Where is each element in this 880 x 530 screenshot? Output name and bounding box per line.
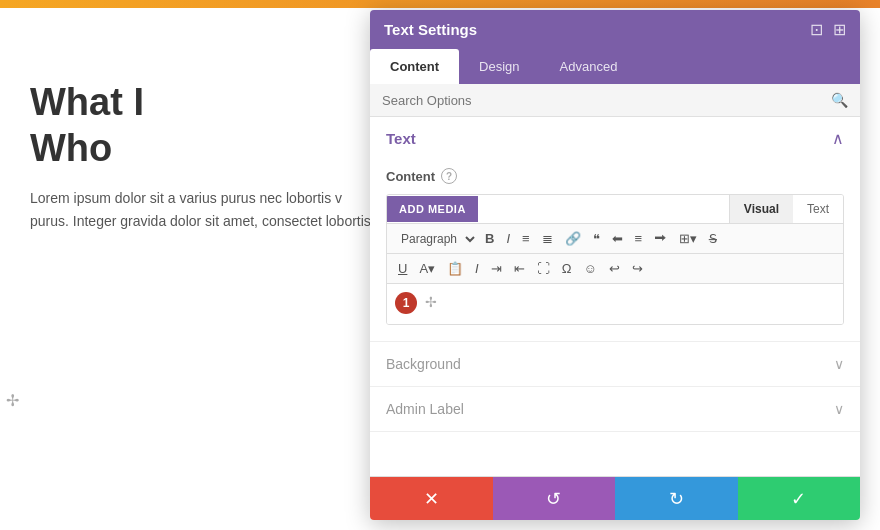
- redo-button[interactable]: ↻: [615, 477, 738, 520]
- ordered-list-button[interactable]: ≣: [537, 228, 558, 249]
- admin-label-section-title: Admin Label: [386, 401, 464, 417]
- background-section-title: Background: [386, 356, 461, 372]
- reset-button[interactable]: ↺: [493, 477, 616, 520]
- link-button[interactable]: 🔗: [560, 228, 586, 249]
- toolbar-row-2: U A▾ 📋 I ⇥ ⇤ ⛶ Ω ☺ ↩ ↪: [387, 254, 843, 284]
- fullscreen-editor-button[interactable]: ⛶: [532, 258, 555, 279]
- tab-design[interactable]: Design: [459, 49, 539, 84]
- text-toggle-btn[interactable]: Text: [793, 195, 843, 223]
- add-media-button[interactable]: ADD MEDIA: [387, 196, 478, 222]
- italic-button[interactable]: I: [501, 228, 515, 249]
- editor-container: ADD MEDIA Visual Text Paragraph B I: [386, 194, 844, 325]
- undo-button[interactable]: ↩: [604, 258, 625, 279]
- help-icon[interactable]: ?: [441, 168, 457, 184]
- align-left-button[interactable]: ⬅: [607, 228, 628, 249]
- text-settings-modal: Text Settings ⊡ ⊞ Content Design Advance…: [370, 10, 860, 520]
- background-section[interactable]: Background ∨: [370, 342, 860, 387]
- page-content-area: What I Who Lorem ipsum dolor sit a variu…: [30, 80, 380, 232]
- modal-tabs: Content Design Advanced: [370, 49, 860, 84]
- paste-text-button[interactable]: 📋: [442, 258, 468, 279]
- editor-content[interactable]: 1 ✢: [387, 284, 843, 324]
- outdent-button[interactable]: ⇤: [509, 258, 530, 279]
- search-input[interactable]: [382, 93, 831, 108]
- text-content-area: Content ? ADD MEDIA Visual Text: [370, 160, 860, 341]
- align-center-button[interactable]: ≡: [630, 228, 648, 249]
- text-section-header[interactable]: Text ∧: [370, 117, 860, 160]
- visual-text-toggle: Visual Text: [729, 195, 843, 223]
- tab-content[interactable]: Content: [370, 49, 459, 84]
- cancel-button[interactable]: ✕: [370, 477, 493, 520]
- modal-header-icons: ⊡ ⊞: [810, 20, 846, 39]
- heading-line1: What I: [30, 81, 144, 123]
- save-button[interactable]: ✓: [738, 477, 861, 520]
- blockquote-button[interactable]: ❝: [588, 228, 605, 249]
- heading-line2: Who: [30, 127, 112, 169]
- visual-toggle-btn[interactable]: Visual: [730, 195, 793, 223]
- page-heading: What I Who: [30, 80, 380, 171]
- modal-body: Text ∧ Content ? ADD MEDIA Visual Text: [370, 117, 860, 476]
- bold-button[interactable]: B: [480, 228, 499, 249]
- unordered-list-button[interactable]: ≡: [517, 228, 535, 249]
- strikethrough-button[interactable]: S̶: [704, 228, 722, 249]
- fullscreen-icon[interactable]: ⊡: [810, 20, 823, 39]
- indent-button[interactable]: ⇥: [486, 258, 507, 279]
- content-badge: 1: [395, 292, 417, 314]
- background-chevron: ∨: [834, 356, 844, 372]
- admin-label-section[interactable]: Admin Label ∨: [370, 387, 860, 432]
- special-chars-button[interactable]: Ω: [557, 258, 577, 279]
- underline-button[interactable]: U: [393, 258, 412, 279]
- modal-header: Text Settings ⊡ ⊞: [370, 10, 860, 49]
- text-section-title: Text: [386, 130, 416, 147]
- modal-title: Text Settings: [384, 21, 477, 38]
- text-section-chevron: ∧: [832, 129, 844, 148]
- paragraph-select[interactable]: Paragraph: [393, 229, 478, 249]
- tab-advanced[interactable]: Advanced: [540, 49, 638, 84]
- toolbar-row-1: Paragraph B I ≡ ≣ 🔗 ❝ ⬅ ≡ ⮕ ⊞▾ S̶: [387, 224, 843, 254]
- page-body-text: Lorem ipsum dolor sit a varius purus nec…: [30, 187, 380, 232]
- table-button[interactable]: ⊞▾: [674, 228, 702, 249]
- redo-toolbar-button[interactable]: ↪: [627, 258, 648, 279]
- search-bar: 🔍: [370, 84, 860, 117]
- italic2-button[interactable]: I: [470, 258, 484, 279]
- columns-icon[interactable]: ⊞: [833, 20, 846, 39]
- move-arrows-icon: ✢: [425, 294, 437, 310]
- font-color-button[interactable]: A▾: [414, 258, 440, 279]
- modal-footer: ✕ ↺ ↻ ✓: [370, 476, 860, 520]
- search-icon: 🔍: [831, 92, 848, 108]
- text-section: Text ∧ Content ? ADD MEDIA Visual Text: [370, 117, 860, 342]
- content-label: Content ?: [386, 168, 844, 184]
- admin-label-chevron: ∨: [834, 401, 844, 417]
- move-icon-background: ✢: [6, 391, 19, 410]
- editor-top-row: ADD MEDIA Visual Text: [387, 195, 843, 224]
- emoji-button[interactable]: ☺: [578, 258, 601, 279]
- align-right-button[interactable]: ⮕: [649, 228, 672, 249]
